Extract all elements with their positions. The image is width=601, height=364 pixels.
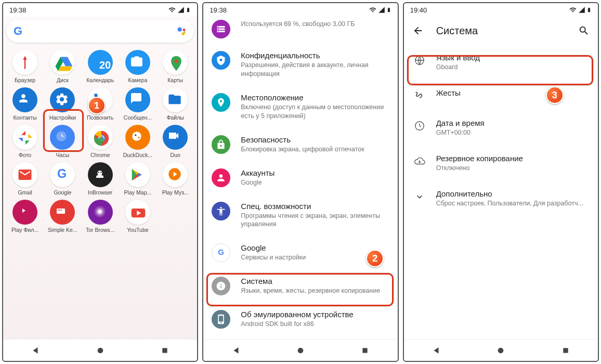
- system-item-backup[interactable]: Резервное копированиеОтключено: [404, 146, 598, 181]
- signal-icon: [177, 6, 185, 14]
- svg-point-15: [98, 172, 99, 173]
- svg-rect-21: [61, 210, 62, 211]
- settings-item-storage-partial[interactable]: Используется 69 %, свободно 3,00 ГБ: [203, 17, 397, 44]
- app-settings[interactable]: Настройки: [45, 87, 80, 121]
- nav-recent[interactable]: [360, 345, 370, 356]
- app-label: Play Мар...: [124, 189, 152, 196]
- files-icon: [163, 87, 188, 112]
- item-title: Аккаунты: [241, 168, 389, 177]
- app-yandex[interactable]: Браузер: [7, 50, 43, 83]
- signal-icon: [378, 6, 385, 14]
- nav-recent[interactable]: [560, 345, 571, 356]
- app-playmusic[interactable]: Play Муз...: [158, 162, 193, 196]
- search-bar[interactable]: G: [6, 20, 194, 43]
- svg-point-0: [178, 28, 182, 32]
- app-duo[interactable]: Duo: [158, 125, 193, 158]
- nav-home[interactable]: [95, 345, 106, 356]
- app-tor[interactable]: Tor Brows...: [83, 200, 118, 233]
- nav-back[interactable]: [30, 345, 41, 356]
- app-files[interactable]: Файлы: [158, 87, 193, 121]
- inbrowser-icon: [88, 162, 113, 187]
- system-item-gesture[interactable]: Жесты: [404, 80, 598, 110]
- status-bar: 19:40: [404, 3, 598, 17]
- system-item-globe[interactable]: Язык и вводGboard: [404, 45, 598, 80]
- app-photos[interactable]: Фото: [7, 125, 43, 158]
- app-inbrowser[interactable]: InBrowser: [83, 162, 118, 196]
- app-clock[interactable]: Часы: [45, 125, 80, 158]
- nav-recent[interactable]: [160, 345, 170, 356]
- app-maps[interactable]: Карты: [158, 50, 193, 83]
- app-messages[interactable]: Сообщен...: [120, 87, 155, 121]
- svg-point-16: [100, 172, 101, 173]
- app-simplekey[interactable]: Simple Ke...: [45, 200, 80, 233]
- app-label: Файлы: [167, 114, 184, 121]
- settings-item-info[interactable]: СистемаЯзыки, время, жесты, резервное ко…: [203, 269, 397, 303]
- app-label: Сообщен...: [124, 114, 152, 121]
- settings-item-shield[interactable]: КонфиденциальностьРазрешения, действия в…: [203, 44, 397, 86]
- item-sub: Разрешения, действия в аккаунте, личная …: [241, 61, 389, 79]
- app-contacts[interactable]: Контакты: [7, 87, 43, 121]
- screen-app-drawer: 19:38 G БраузерДиск20КалендарьКамераКарт…: [2, 2, 198, 362]
- maps-icon: [163, 50, 188, 75]
- back-button[interactable]: [412, 25, 424, 36]
- system-item-clock[interactable]: Дата и времяGMT+00:00: [404, 110, 598, 146]
- settings-item-account[interactable]: АккаунтыGoogle: [203, 161, 397, 194]
- app-calendar[interactable]: 20Календарь: [83, 50, 118, 83]
- app-chrome[interactable]: Chrome: [83, 125, 118, 158]
- settings-icon: [50, 87, 75, 112]
- globe-icon: [413, 54, 426, 67]
- item-title: Язык и ввод: [436, 53, 589, 62]
- settings-item-a11y[interactable]: Спец. возможностиПрограммы чтения с экра…: [203, 194, 397, 237]
- app-duck[interactable]: DuckDuck...: [120, 125, 155, 158]
- app-label: Google: [54, 189, 71, 196]
- app-drive[interactable]: Диск: [45, 50, 80, 83]
- svg-text:G: G: [218, 248, 224, 256]
- item-sub: Gboard: [436, 63, 589, 72]
- app-play[interactable]: Play Мар...: [120, 162, 155, 196]
- storage-icon: [212, 20, 230, 38]
- camera-icon: [125, 50, 150, 75]
- app-label: Gmail: [18, 189, 32, 196]
- play-icon: [125, 162, 150, 187]
- app-label: Календарь: [86, 77, 114, 83]
- app-label: Контакты: [13, 114, 36, 121]
- item-sub: GMT+00:00: [436, 128, 589, 137]
- app-playfilm[interactable]: Play Фил...: [7, 200, 43, 233]
- app-grid: БраузерДиск20КалендарьКамераКартыКонтакт…: [6, 50, 194, 233]
- app-gmail[interactable]: Gmail: [7, 162, 43, 196]
- app-youtube[interactable]: YouTube: [120, 200, 155, 233]
- item-sub: Языки, время, жесты, резервное копирован…: [241, 287, 389, 295]
- google-logo: G: [14, 24, 22, 38]
- app-camera[interactable]: Камера: [120, 50, 155, 83]
- system-header: Система: [404, 17, 598, 45]
- status-time: 19:38: [9, 6, 27, 14]
- svg-point-14: [97, 171, 102, 175]
- svg-rect-31: [363, 348, 368, 353]
- playfilm-icon: [12, 200, 37, 225]
- nav-home[interactable]: [295, 345, 306, 356]
- svg-point-11: [132, 132, 141, 140]
- nav-back[interactable]: [231, 345, 241, 356]
- item-title: Спец. возможности: [241, 202, 389, 211]
- nav-back[interactable]: [431, 345, 441, 356]
- settings-item-lock[interactable]: БезопасностьБлокировка экрана, цифровой …: [203, 128, 397, 161]
- svg-point-26: [97, 347, 103, 353]
- item-title: Местоположение: [241, 93, 389, 102]
- app-label: InBrowser: [88, 189, 112, 196]
- app-label: Фото: [19, 152, 31, 158]
- status-time: 19:38: [210, 6, 227, 14]
- svg-text:20: 20: [99, 59, 111, 71]
- svg-rect-18: [57, 209, 65, 214]
- settings-item-pin[interactable]: МестоположениеВключено (доступ к данным …: [203, 86, 397, 128]
- contacts-icon: [12, 87, 37, 112]
- assistant-icon[interactable]: [176, 26, 187, 36]
- google-icon: G: [50, 162, 75, 187]
- system-item-expand[interactable]: ДополнительноСброс настроек, Пользовател…: [404, 181, 598, 216]
- clock-icon: [413, 120, 426, 132]
- svg-point-12: [135, 134, 136, 136]
- settings-item-device[interactable]: Об эмулированном устройствеAndroid SDK b…: [203, 303, 397, 336]
- nav-home[interactable]: [495, 345, 506, 356]
- search-button[interactable]: [578, 25, 590, 36]
- wifi-icon: [569, 6, 577, 14]
- app-google[interactable]: GGoogle: [45, 162, 80, 196]
